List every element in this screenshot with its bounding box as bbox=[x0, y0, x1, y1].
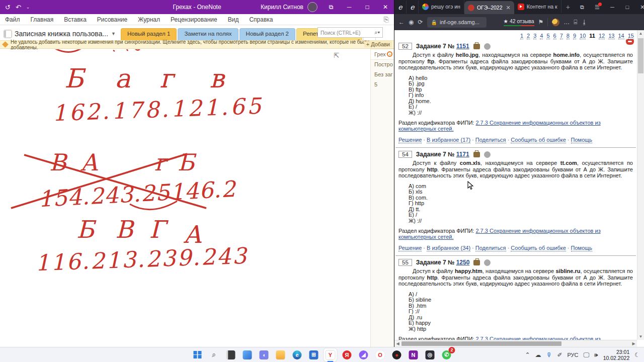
sync-warning-bar[interactable]: Не удалось добавить некоторые изменения … bbox=[0, 40, 394, 49]
briefcase-icon[interactable] bbox=[473, 44, 480, 49]
task-link-5[interactable]: Помощь bbox=[571, 137, 593, 143]
menu-item-журнал[interactable]: Журнал bbox=[138, 16, 160, 23]
task-link-4[interactable]: Сообщить об ошибке bbox=[511, 245, 566, 251]
browser-tab[interactable]: ОГЭ–2022✕ bbox=[464, 1, 514, 14]
task-id-link[interactable]: 1151 bbox=[456, 43, 469, 50]
onenote-page-icon[interactable] bbox=[224, 348, 237, 361]
browser-tab[interactable]: Контент на к bbox=[514, 0, 561, 13]
scroll-left-icon[interactable]: ◀ bbox=[394, 341, 401, 346]
tab-panel-icon[interactable]: ⧉ bbox=[575, 0, 590, 14]
start-icon[interactable] bbox=[191, 348, 204, 361]
store-icon[interactable]: ⊞ bbox=[307, 348, 320, 361]
profile-icon[interactable]: ◉ bbox=[409, 19, 414, 26]
collections-icon[interactable]: ⌸ bbox=[574, 19, 577, 26]
pagination-page-9[interactable]: 9 bbox=[573, 33, 576, 39]
add-page-button[interactable]: + Добави bbox=[364, 41, 392, 47]
pagination-page-1[interactable]: 1 bbox=[520, 33, 523, 39]
volume-icon[interactable]: 🕪 bbox=[594, 351, 598, 358]
new-tab-button[interactable]: + bbox=[561, 3, 575, 11]
vertical-scrollbar[interactable]: ▲ ▼ bbox=[637, 30, 644, 340]
pagination-page-14[interactable]: 14 bbox=[618, 33, 624, 39]
minimize-button[interactable]: ─ bbox=[341, 0, 358, 14]
task-link-2[interactable]: В избранное (34) bbox=[427, 245, 470, 251]
more-extensions-icon[interactable]: … bbox=[564, 19, 570, 26]
share-page-icon[interactable]: ⎘ bbox=[384, 16, 389, 24]
reviews-widget[interactable]: ★ 42 отзыва bbox=[504, 18, 534, 26]
ribbon-options-icon[interactable]: ⧉ bbox=[323, 0, 340, 14]
avatar[interactable] bbox=[307, 2, 317, 12]
alice-icon[interactable]: ◢ bbox=[357, 348, 370, 361]
microphone-icon[interactable]: 🎙 bbox=[546, 351, 552, 358]
chat-icon[interactable]: ◖ bbox=[258, 348, 271, 361]
task-link-3[interactable]: Поделиться bbox=[475, 245, 506, 251]
record-icon[interactable]: ● bbox=[390, 348, 404, 361]
briefcase-icon[interactable] bbox=[473, 152, 480, 157]
pagination-page-15[interactable]: 15 bbox=[628, 33, 634, 39]
task-link-2[interactable]: В избранное (17) bbox=[427, 137, 470, 143]
extension-icon[interactable] bbox=[552, 19, 559, 26]
fipi-link[interactable]: 2.7.3 Сохранение информационных объектов… bbox=[398, 228, 601, 240]
whatsapp-icon[interactable]: ✆2 bbox=[440, 348, 453, 361]
pagination-page-12[interactable]: 12 bbox=[599, 33, 605, 39]
task-id-link[interactable]: 1250 bbox=[456, 259, 470, 266]
scroll-right-icon[interactable]: ▶ bbox=[630, 341, 637, 346]
network-icon[interactable]: 🖵 bbox=[584, 351, 590, 358]
section-tab[interactable]: Новый раздел 1 bbox=[121, 28, 177, 40]
pagination-page-5[interactable]: 5 bbox=[546, 33, 549, 39]
expand-icon[interactable]: ⇱ bbox=[334, 52, 339, 59]
task-link-1[interactable]: Решение bbox=[398, 245, 422, 251]
tab-close-icon[interactable]: ✕ bbox=[506, 5, 511, 11]
pagination-page-3[interactable]: 3 bbox=[533, 33, 536, 39]
pagination-page-13[interactable]: 13 bbox=[608, 33, 614, 39]
scrollbar-thumb[interactable] bbox=[638, 38, 643, 73]
task-link-5[interactable]: Помощь bbox=[571, 245, 593, 251]
undo-icon[interactable]: ↶ bbox=[16, 4, 21, 11]
menu-item-главная[interactable]: Главная bbox=[31, 16, 54, 23]
close-button[interactable]: ✕ bbox=[377, 0, 394, 14]
menu-item-справка[interactable]: Справка bbox=[249, 16, 273, 23]
account-name[interactable]: Кирилл Ситнов bbox=[261, 4, 303, 11]
pen-icon[interactable]: ✐ bbox=[557, 351, 562, 358]
browser-minimize-button[interactable]: ─ bbox=[605, 0, 620, 14]
note-canvas[interactable]: ⇱ Багв 162.178.121.65 ВАгБ 154.243.25146… bbox=[0, 49, 370, 347]
pagination-page-4[interactable]: 4 bbox=[540, 33, 543, 39]
hscrollbar-thumb[interactable] bbox=[401, 341, 561, 346]
customize-toolbar-icon[interactable]: ⌄ bbox=[26, 5, 30, 10]
tray-chevron-up-icon[interactable]: ⌃ bbox=[525, 351, 530, 358]
night-mode-icon[interactable]: ☾ bbox=[634, 351, 640, 358]
scroll-up-icon[interactable]: ▲ bbox=[637, 30, 644, 37]
clock[interactable]: 23:01 10.02.2022 bbox=[603, 349, 630, 361]
pagination-page-7[interactable]: 7 bbox=[560, 33, 563, 39]
camera-icon[interactable]: ◎ bbox=[424, 348, 437, 361]
address-bar[interactable]: 🔒 inf-oge.sdamg... bbox=[427, 17, 487, 28]
status-circle-icon[interactable] bbox=[484, 43, 491, 50]
page-list-item[interactable]: 5 bbox=[371, 79, 394, 89]
horizontal-scrollbar[interactable]: ◀ ▶ bbox=[394, 340, 637, 347]
maximize-button[interactable]: □ bbox=[359, 0, 376, 14]
browser-tab[interactable]: решу огэ ин bbox=[419, 0, 464, 13]
page-list-item[interactable]: Грех bbox=[371, 49, 394, 59]
fipi-link[interactable]: 2.7.3 Сохранение информационных объектов… bbox=[398, 336, 601, 340]
bookmark-icon[interactable]: ⚑ bbox=[538, 19, 544, 26]
menu-item-вставка[interactable]: Вставка bbox=[64, 16, 87, 23]
yandex-browser-icon[interactable]: Y bbox=[324, 348, 337, 361]
menu-item-рецензирование[interactable]: Рецензирование bbox=[171, 16, 217, 23]
pagination-page-2[interactable]: 2 bbox=[527, 33, 530, 39]
download-icon[interactable]: ⭳ bbox=[582, 19, 588, 26]
pinned-tab[interactable]: e bbox=[394, 1, 407, 14]
pagination-page-10[interactable]: 10 bbox=[580, 33, 586, 39]
back-icon[interactable]: ← bbox=[398, 19, 405, 26]
status-circle-icon[interactable] bbox=[484, 259, 491, 266]
page-list-item[interactable]: Постро bbox=[371, 59, 394, 69]
search-input[interactable]: Поиск (CTRL+E) ⌕▾ bbox=[317, 27, 383, 38]
menu-item-вид[interactable]: Вид bbox=[228, 16, 239, 23]
back-icon[interactable]: ↺ bbox=[5, 4, 11, 11]
fipi-link[interactable]: 2.7.3 Сохранение информационных объектов… bbox=[398, 120, 601, 132]
menu-item-файл[interactable]: Файл bbox=[5, 16, 20, 23]
browser-menu-icon[interactable]: ☰ bbox=[590, 0, 605, 14]
browser-close-button[interactable]: ✕ bbox=[635, 0, 644, 14]
explorer-icon[interactable] bbox=[274, 348, 287, 361]
search-icon[interactable]: ⌕ bbox=[208, 348, 221, 361]
task-link-1[interactable]: Решение bbox=[398, 137, 422, 143]
task-link-4[interactable]: Сообщить об ошибке bbox=[511, 137, 566, 143]
